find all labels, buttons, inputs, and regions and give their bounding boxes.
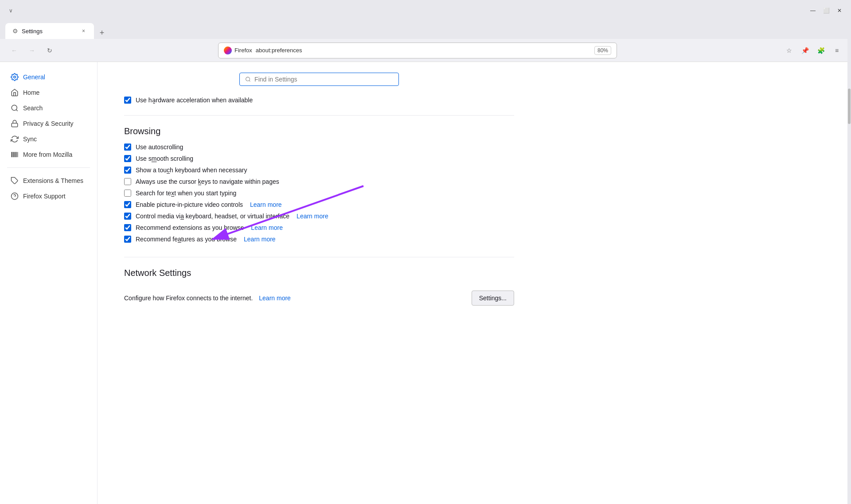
configure-text: Configure how Firefox connects to the in… bbox=[124, 295, 253, 302]
sidebar-home-label: Home bbox=[23, 89, 39, 96]
window-close-button[interactable]: ✕ bbox=[833, 4, 846, 17]
sidebar-search-label: Search bbox=[23, 105, 43, 112]
pip-label: Enable picture-in-picture video controls bbox=[136, 201, 243, 208]
pip-item: Enable picture-in-picture video controls… bbox=[124, 201, 514, 208]
sidebar-item-home[interactable]: Home bbox=[4, 85, 94, 100]
hardware-accel-checkbox[interactable] bbox=[124, 97, 131, 104]
svg-line-12 bbox=[249, 81, 250, 81]
recommend-ext-label: Recommend extensions as you browse bbox=[136, 224, 244, 231]
url-brand-name: Firefox bbox=[234, 47, 252, 54]
settings-tab-close[interactable]: × bbox=[80, 27, 87, 35]
smooth-scrolling-label: Use smooth scrolling bbox=[136, 155, 193, 162]
autoscrolling-item: Use autoscrolling bbox=[124, 143, 514, 151]
url-bar[interactable]: Firefox about:preferences 80% bbox=[218, 43, 617, 58]
network-configure-row: Configure how Firefox connects to the in… bbox=[124, 285, 514, 311]
sidebar-item-sync[interactable]: Sync bbox=[4, 132, 94, 147]
sidebar-item-support[interactable]: Firefox Support bbox=[4, 189, 94, 204]
maximize-button[interactable]: ⬜ bbox=[820, 4, 832, 17]
media-control-checkbox[interactable] bbox=[124, 213, 131, 220]
sidebar-extensions-label: Extensions & Themes bbox=[23, 177, 83, 184]
bookmark-button[interactable]: ☆ bbox=[782, 43, 796, 58]
sidebar-item-general[interactable]: General bbox=[4, 70, 94, 85]
media-control-learn-more[interactable]: Learn more bbox=[297, 213, 328, 220]
svg-rect-6 bbox=[16, 152, 17, 157]
svg-line-2 bbox=[16, 109, 17, 111]
sidebar-mozilla-label: More from Mozilla bbox=[23, 151, 72, 158]
search-text-label: Search for text when you start typing bbox=[136, 190, 236, 197]
mozilla-icon bbox=[11, 151, 19, 159]
settings-tab-title: Settings bbox=[22, 28, 77, 35]
scrollbar[interactable] bbox=[847, 0, 851, 504]
pip-checkbox[interactable] bbox=[124, 201, 131, 208]
browsing-section: Browsing Use autoscrolling Use smooth sc… bbox=[124, 126, 514, 243]
sidebar-item-search[interactable]: Search bbox=[4, 101, 94, 116]
autoscrolling-label: Use autoscrolling bbox=[136, 143, 183, 151]
home-icon bbox=[11, 89, 19, 97]
sync-icon bbox=[11, 135, 19, 143]
minimize-button[interactable]: — bbox=[807, 4, 819, 17]
new-tab-button[interactable]: + bbox=[96, 27, 108, 39]
svg-point-1 bbox=[12, 105, 17, 110]
settings-tab[interactable]: ⚙ Settings × bbox=[5, 23, 94, 39]
section-divider bbox=[124, 257, 514, 257]
settings-content: Use ha̱rdware acceleration when availabl… bbox=[98, 62, 541, 504]
touch-keyboard-item: Show a touch keyboard when necessary bbox=[124, 167, 514, 174]
pocket-button[interactable]: 📌 bbox=[798, 43, 812, 58]
recommend-feat-checkbox[interactable] bbox=[124, 236, 131, 243]
cursor-keys-label: Always use the cursor keys to navigate w… bbox=[136, 178, 279, 185]
svg-rect-7 bbox=[17, 152, 18, 157]
menu-button[interactable]: ≡ bbox=[830, 43, 844, 58]
settings-tab-icon: ⚙ bbox=[12, 27, 18, 35]
network-settings-button[interactable]: Settings... bbox=[472, 291, 514, 306]
recommend-feat-label: Recommend features as you browse bbox=[136, 236, 237, 243]
smooth-scrolling-checkbox[interactable] bbox=[124, 155, 131, 162]
svg-point-0 bbox=[14, 76, 16, 78]
search-text-checkbox[interactable] bbox=[124, 190, 131, 197]
network-learn-more[interactable]: Learn more bbox=[259, 295, 291, 302]
sidebar-general-label: General bbox=[23, 74, 45, 81]
svg-rect-5 bbox=[13, 152, 15, 157]
search-text-item: Search for text when you start typing bbox=[124, 190, 514, 197]
media-control-label: Control media via keyboard, headset, or … bbox=[136, 213, 289, 220]
autoscrolling-checkbox[interactable] bbox=[124, 143, 131, 151]
cursor-keys-checkbox[interactable] bbox=[124, 178, 131, 185]
touch-keyboard-checkbox[interactable] bbox=[124, 167, 131, 174]
recommend-ext-item: Recommend extensions as you browse Learn… bbox=[124, 224, 514, 231]
find-settings-input[interactable] bbox=[254, 76, 393, 83]
recommend-ext-checkbox[interactable] bbox=[124, 224, 131, 231]
recommend-ext-learn-more[interactable]: Learn more bbox=[251, 224, 283, 231]
cursor-keys-item: Always use the cursor keys to navigate w… bbox=[124, 178, 514, 185]
smooth-scrolling-item: Use smooth scrolling bbox=[124, 155, 514, 162]
hardware-accel-label: Use ha̱rdware acceleration when availabl… bbox=[136, 97, 253, 104]
find-search-icon bbox=[245, 76, 251, 82]
back-button[interactable]: ← bbox=[7, 43, 21, 58]
network-section: Network Settings Configure how Firefox c… bbox=[124, 268, 514, 311]
touch-keyboard-label: Show a touch keyboard when necessary bbox=[136, 167, 247, 174]
scrollbar-thumb[interactable] bbox=[848, 89, 851, 124]
hardware-accel-item: Use ha̱rdware acceleration when availabl… bbox=[124, 97, 514, 104]
gear-icon bbox=[11, 73, 19, 81]
hardware-accel-section: Use ha̱rdware acceleration when availabl… bbox=[124, 97, 514, 116]
forward-button[interactable]: → bbox=[25, 43, 39, 58]
svg-rect-4 bbox=[12, 152, 13, 157]
url-address: about:preferences bbox=[256, 47, 302, 54]
pip-learn-more[interactable]: Learn more bbox=[250, 201, 282, 208]
sidebar-support-label: Firefox Support bbox=[23, 193, 66, 200]
media-control-item: Control media via keyboard, headset, or … bbox=[124, 213, 514, 220]
find-settings-input-wrapper[interactable] bbox=[239, 73, 399, 86]
extensions-button[interactable]: 🧩 bbox=[814, 43, 828, 58]
zoom-level[interactable]: 80% bbox=[594, 46, 611, 55]
sidebar-item-privacy[interactable]: Privacy & Security bbox=[4, 116, 94, 131]
sidebar-item-mozilla[interactable]: More from Mozilla bbox=[4, 147, 94, 162]
network-title: Network Settings bbox=[124, 268, 514, 278]
lock-icon bbox=[11, 120, 19, 128]
svg-rect-3 bbox=[12, 123, 18, 127]
title-bar-chevron[interactable]: ∨ bbox=[5, 6, 16, 16]
reload-button[interactable]: ↻ bbox=[43, 43, 57, 58]
url-brand: Firefox bbox=[224, 47, 252, 54]
sidebar-item-extensions[interactable]: Extensions & Themes bbox=[4, 173, 94, 188]
sidebar-divider bbox=[7, 167, 90, 168]
sidebar: General Home Search Privacy & Security bbox=[0, 62, 98, 504]
find-settings-container bbox=[124, 73, 514, 86]
recommend-feat-learn-more[interactable]: Learn more bbox=[244, 236, 276, 243]
